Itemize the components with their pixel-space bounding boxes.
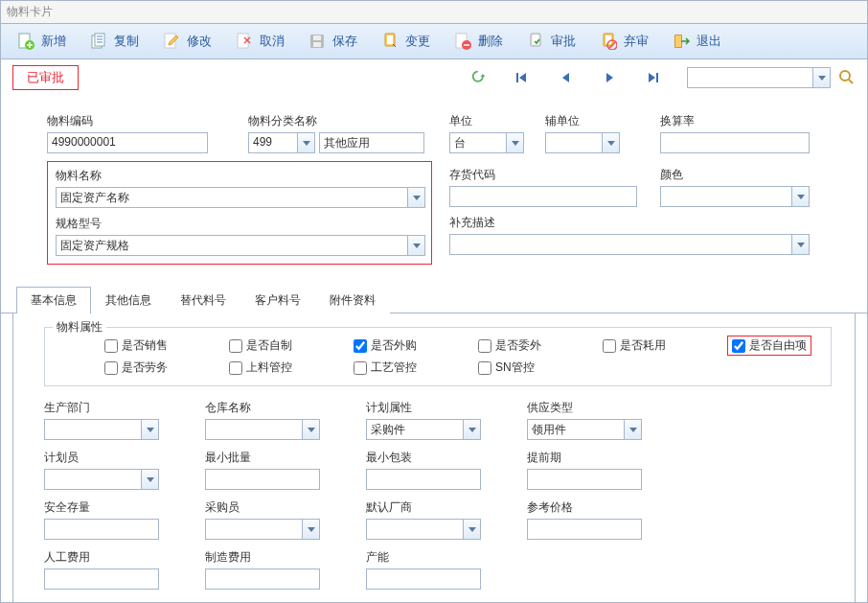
rate-input[interactable] [660,132,810,153]
chevron-down-icon[interactable] [302,420,319,439]
svg-point-20 [840,71,850,81]
chevron-down-icon[interactable] [407,236,424,255]
chevron-down-icon[interactable] [297,133,314,152]
material-name-combo[interactable]: 固定资产名称 [56,187,425,208]
buyer-combo[interactable] [205,519,320,540]
category-code-combo[interactable]: 499 [248,132,315,153]
chevron-down-icon[interactable] [791,187,809,206]
default-vendor-combo[interactable] [366,519,481,540]
labor-cost-input[interactable] [44,568,159,590]
new-icon [16,32,35,51]
material-code-input[interactable]: 4990000001 [47,132,208,153]
chevron-down-icon[interactable] [506,133,523,152]
check-selfmade[interactable]: 是否自制 [229,336,354,356]
min-pack-input[interactable] [366,469,481,490]
chevron-down-icon[interactable] [463,520,480,539]
tab-attachment[interactable]: 附件资料 [315,287,390,313]
svg-rect-7 [313,35,321,40]
change-button[interactable]: 变更 [371,28,440,55]
tab-content: 物料属性 是否销售 是否自制 是否外购 是否委外 是否耗用 是否自由项 是否劳务… [12,313,856,603]
attributes-fieldset: 物料属性 是否销售 是否自制 是否外购 是否委外 是否耗用 是否自由项 是否劳务… [44,327,832,386]
ref-price-input[interactable] [527,519,642,540]
highlighted-fields-box: 物料名称 固定资产名称 规格型号 固定资产规格 [47,161,432,265]
audit-icon [526,32,545,51]
chevron-down-icon[interactable] [407,188,424,207]
check-feed[interactable]: 上料管控 [229,359,354,376]
capacity-input[interactable] [366,568,481,590]
supply-type-label: 供应类型 [527,400,688,417]
warehouse-label: 仓库名称 [205,400,366,417]
supplement-combo[interactable] [449,234,810,255]
check-labor[interactable]: 是否劳务 [104,359,229,376]
abandon-button[interactable]: 弃审 [589,28,658,55]
spec-combo[interactable]: 固定资产规格 [56,235,425,256]
tab-customer[interactable]: 客户料号 [240,287,315,313]
delete-button[interactable]: 删除 [444,28,513,55]
color-combo[interactable] [660,186,810,207]
check-consume[interactable]: 是否耗用 [603,336,727,356]
unit-combo[interactable]: 台 [449,132,524,153]
edit-button[interactable]: 修改 [152,28,221,55]
plan-attr-combo[interactable]: 采购件 [366,419,481,440]
nav-first-icon[interactable] [513,69,530,86]
edit-icon [162,32,181,51]
search-icon[interactable] [838,69,856,86]
save-button[interactable]: 保存 [298,28,367,55]
mfg-cost-input[interactable] [205,568,320,590]
svg-rect-19 [675,35,681,47]
check-process[interactable]: 工艺管控 [354,359,478,376]
chevron-down-icon[interactable] [812,68,830,87]
audit-button[interactable]: 审批 [516,28,585,55]
min-batch-input[interactable] [205,469,320,490]
detail-grid: 生产部门 仓库名称 计划属性采购件 供应类型领用件 计划员 最小批量 最小包装 … [13,400,855,599]
supplement-label: 补充描述 [449,215,829,232]
chevron-down-icon[interactable] [302,520,319,539]
titlebar: 物料卡片 [1,1,867,24]
material-name-label: 物料名称 [56,168,423,185]
aux-unit-label: 辅单位 [545,113,660,130]
svg-rect-10 [387,35,393,44]
navbar: 已审批 [1,59,867,96]
exit-button[interactable]: 退出 [662,28,731,55]
warehouse-combo[interactable] [205,419,320,440]
check-outsource[interactable]: 是否外购 [354,336,478,356]
exit-icon [672,32,691,51]
chevron-down-icon[interactable] [463,420,480,439]
planner-combo[interactable] [44,469,159,490]
chevron-down-icon[interactable] [791,235,809,254]
category-label: 物料分类名称 [248,113,449,130]
cancel-button[interactable]: 取消 [225,28,294,55]
check-sn[interactable]: SN管控 [478,359,603,376]
supply-type-combo[interactable]: 领用件 [527,419,642,440]
nav-last-icon[interactable] [645,69,662,86]
material-code-label: 物料编码 [47,113,248,130]
lead-time-input[interactable] [527,469,642,490]
stock-code-input[interactable] [449,186,637,207]
copy-icon [89,32,108,51]
chevron-down-icon[interactable] [141,470,158,489]
nav-search-combo[interactable] [687,67,831,88]
safe-stock-input[interactable] [44,519,159,540]
check-free-item[interactable]: 是否自由项 [727,336,811,356]
tab-substitute[interactable]: 替代料号 [166,287,240,313]
tab-other[interactable]: 其他信息 [91,287,166,313]
new-button[interactable]: 新增 [7,28,76,55]
buyer-label: 采购员 [205,499,366,517]
check-sale[interactable]: 是否销售 [104,336,229,356]
aux-unit-combo[interactable] [545,132,620,153]
copy-button[interactable]: 复制 [80,28,148,55]
nav-prev-icon[interactable] [557,69,574,86]
default-vendor-label: 默认厂商 [366,499,527,517]
chevron-down-icon[interactable] [141,420,158,439]
unit-label: 单位 [449,113,545,130]
category-name-input[interactable]: 其他应用 [319,132,424,153]
nav-next-icon[interactable] [601,69,618,86]
dept-combo[interactable] [44,419,159,440]
check-consign[interactable]: 是否委外 [478,336,603,356]
refresh-icon[interactable] [470,69,488,86]
chevron-down-icon[interactable] [602,133,619,152]
tab-basic[interactable]: 基本信息 [16,287,91,313]
chevron-down-icon[interactable] [624,420,641,439]
stock-code-label: 存货代码 [449,167,660,184]
capacity-label: 产能 [366,549,527,567]
